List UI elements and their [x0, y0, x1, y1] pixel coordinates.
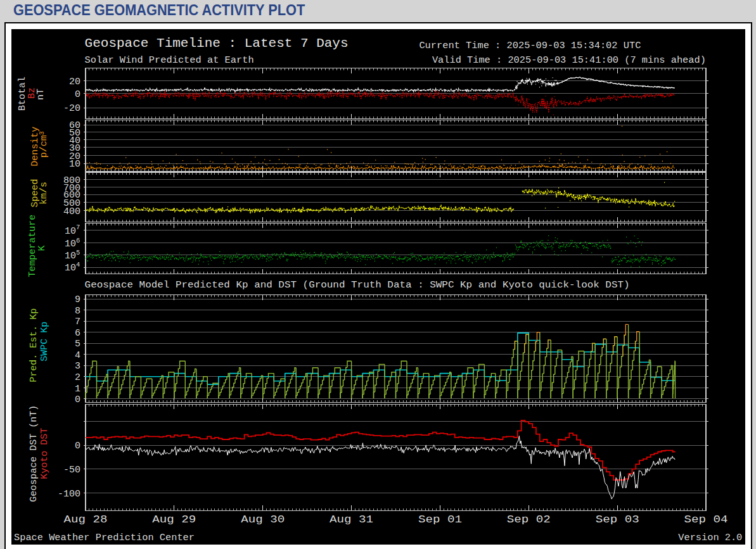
svg-text:Sep 02: Sep 02	[507, 514, 551, 526]
svg-text:-100: -100	[58, 489, 80, 500]
svg-text:Sep 03: Sep 03	[596, 514, 639, 526]
svg-text:Space Weather Prediction Cente: Space Weather Prediction Center	[14, 532, 195, 543]
svg-text:1: 1	[75, 384, 80, 394]
svg-text:Sep 04: Sep 04	[684, 514, 728, 526]
svg-text:-20: -20	[63, 103, 80, 114]
svg-text:4: 4	[75, 350, 80, 361]
svg-text:Btotal: Btotal	[17, 77, 28, 111]
svg-text:3: 3	[75, 361, 80, 372]
svg-text:Valid Time : 2025-09-03 15:41:: Valid Time : 2025-09-03 15:41:00 (7 mins…	[432, 54, 706, 66]
svg-text:Sep 01: Sep 01	[418, 514, 462, 526]
svg-text:0: 0	[75, 89, 80, 100]
svg-text:5: 5	[76, 249, 80, 256]
svg-text:400: 400	[63, 206, 80, 217]
svg-text:Solar Wind Predicted at Earth: Solar Wind Predicted at Earth	[85, 54, 254, 66]
svg-text:4: 4	[76, 261, 80, 268]
svg-text:7: 7	[76, 224, 80, 231]
svg-text:10: 10	[65, 239, 76, 249]
svg-text:Aug 31: Aug 31	[330, 514, 373, 526]
svg-text:Kyoto DST: Kyoto DST	[39, 428, 50, 479]
svg-text:K: K	[37, 245, 48, 251]
svg-text:3: 3	[39, 131, 46, 135]
svg-text:8: 8	[75, 306, 80, 317]
svg-text:Version 2.0: Version 2.0	[678, 532, 742, 543]
svg-text:6: 6	[75, 328, 80, 339]
svg-text:-50: -50	[63, 465, 80, 476]
svg-text:Current Time : 2025-09-03 15:3: Current Time : 2025-09-03 15:34:02 UTC	[419, 40, 641, 51]
svg-text:Geospace Timeline : Latest 7 D: Geospace Timeline : Latest 7 Days	[85, 36, 349, 51]
svg-text:0: 0	[75, 441, 80, 451]
svg-text:0: 0	[75, 394, 80, 405]
svg-text:2: 2	[75, 372, 80, 383]
svg-text:Pred. Est. Kp: Pred. Est. Kp	[29, 308, 39, 382]
svg-text:Aug 30: Aug 30	[241, 514, 285, 526]
svg-text:p/cm: p/cm	[39, 135, 49, 158]
svg-text:Geospace Model Predicted Kp an: Geospace Model Predicted Kp and DST (Gro…	[85, 279, 630, 291]
svg-text:6: 6	[76, 237, 80, 244]
svg-text:7: 7	[75, 317, 80, 327]
svg-text:Geospace DST (nT): Geospace DST (nT)	[29, 405, 39, 502]
svg-text:km/s: km/s	[39, 182, 49, 205]
svg-text:9: 9	[75, 294, 80, 305]
svg-text:5: 5	[75, 339, 80, 350]
svg-text:10: 10	[69, 159, 80, 170]
svg-text:10: 10	[65, 251, 76, 262]
svg-text:10: 10	[65, 263, 76, 274]
svg-text:nT: nT	[35, 89, 46, 100]
svg-text:20: 20	[69, 77, 80, 87]
svg-text:10: 10	[65, 226, 76, 237]
svg-text:SWPC Kp: SWPC Kp	[39, 322, 50, 362]
svg-text:Aug 28: Aug 28	[64, 514, 108, 526]
svg-text:Aug 29: Aug 29	[152, 514, 196, 526]
